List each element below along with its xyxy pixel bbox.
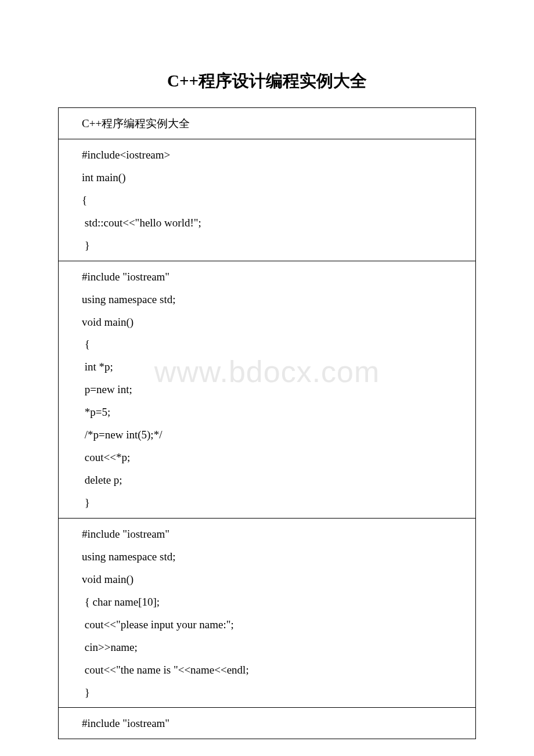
code-line: } <box>82 492 468 514</box>
code-line: delete p; <box>82 469 468 492</box>
code-line: } <box>82 682 468 704</box>
document-title: C++程序设计编程实例大全 <box>58 70 476 93</box>
table-row: #include "iostream"using namespace std;v… <box>59 261 476 518</box>
code-line: cout<<*p; <box>82 447 468 469</box>
code-line: } <box>82 235 468 257</box>
code-line: cin>>name; <box>82 636 468 659</box>
code-cell: #include<iostream>int main(){ std::cout<… <box>59 139 476 261</box>
code-line: p=new int; <box>82 379 468 401</box>
code-line: #include<iostream> <box>82 144 468 167</box>
code-line: void main() <box>82 311 468 334</box>
code-line: cout<<"please input your name:"; <box>82 614 468 636</box>
code-line: int main() <box>82 167 468 189</box>
table-row: #include "iostream"using namespace std;v… <box>59 518 476 708</box>
code-line: { <box>82 333 468 356</box>
code-line: #include "iostream" <box>82 266 468 289</box>
table-row: #include "iostream" <box>59 708 476 739</box>
code-line: std::cout<<"hello world!"; <box>82 212 468 235</box>
table-row: C++程序编程实例大全 <box>59 108 476 139</box>
code-line: using namespace std; <box>82 289 468 311</box>
code-line: *p=5; <box>82 401 468 424</box>
table-row: #include<iostream>int main(){ std::cout<… <box>59 139 476 261</box>
code-cell: C++程序编程实例大全 <box>59 108 476 139</box>
code-line: cout<<"the name is "<<name<<endl; <box>82 659 468 682</box>
code-line: #include "iostream" <box>82 523 468 546</box>
code-line: #include "iostream" <box>82 712 468 735</box>
code-line: { char name[10]; <box>82 591 468 614</box>
code-line: /*p=new int(5);*/ <box>82 424 468 447</box>
code-examples-table: C++程序编程实例大全#include<iostream>int main(){… <box>58 107 476 739</box>
code-line: int *p; <box>82 356 468 379</box>
code-line: { <box>82 189 468 212</box>
code-line: void main() <box>82 568 468 591</box>
code-cell: #include "iostream" <box>59 708 476 739</box>
code-line: C++程序编程实例大全 <box>82 113 468 135</box>
code-cell: #include "iostream"using namespace std;v… <box>59 261 476 518</box>
document-page: C++程序设计编程实例大全 C++程序编程实例大全#include<iostre… <box>0 0 534 756</box>
code-line: using namespace std; <box>82 546 468 568</box>
code-cell: #include "iostream"using namespace std;v… <box>59 518 476 708</box>
